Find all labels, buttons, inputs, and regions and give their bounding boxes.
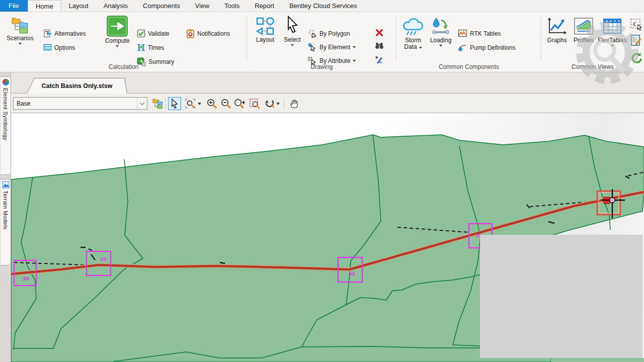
validate-button[interactable]: Validate xyxy=(137,29,169,38)
layout-button[interactable]: Layout xyxy=(252,17,278,43)
delete-x-icon xyxy=(375,28,384,37)
scenarios-icon xyxy=(11,16,29,34)
menu-report[interactable]: Report xyxy=(247,0,282,12)
by-polygon-icon xyxy=(307,29,317,38)
document-tab-bar: Catch Basins Only.stsw xyxy=(0,72,644,94)
by-element-label: By Element xyxy=(319,44,350,51)
alternatives-label: Alternatives xyxy=(54,30,86,37)
times-icon xyxy=(137,43,145,52)
drawing-toolbar: Base xyxy=(0,94,644,113)
menu-home[interactable]: Home xyxy=(28,0,61,12)
menu-view[interactable]: View xyxy=(188,0,217,12)
profiles-button[interactable]: Profiles xyxy=(571,17,597,44)
refresh-button[interactable] xyxy=(630,51,643,64)
zoom-window-icon xyxy=(234,98,246,109)
element-symbology-label: Element Symbology xyxy=(3,88,9,141)
ribbon-group-calculation: Scenarios Alternatives xyxy=(0,12,247,72)
select-tool-button[interactable] xyxy=(168,97,181,110)
loading-button[interactable]: Loading xyxy=(428,16,454,47)
rtk-tables-icon xyxy=(458,29,467,38)
alternatives-button[interactable]: Alternatives xyxy=(43,29,86,38)
by-element-caret-icon xyxy=(353,46,356,48)
scenario-dropdown[interactable]: Base xyxy=(13,97,147,110)
select-button[interactable]: Select xyxy=(280,16,304,46)
drawing-canvas[interactable] xyxy=(11,113,644,362)
zoom-in-button[interactable] xyxy=(205,97,218,110)
scenario-dropdown-chevron-icon[interactable] xyxy=(137,98,147,109)
calculation-group-label: Calculation xyxy=(0,63,247,70)
terrain-models-icon xyxy=(2,181,10,189)
zoom-selection-icon xyxy=(249,98,261,109)
compute-icon xyxy=(107,16,128,37)
flextables-icon xyxy=(602,17,622,36)
menu-file[interactable]: File xyxy=(0,0,28,12)
loading-label: Loading xyxy=(430,37,452,44)
by-attribute-caret-icon xyxy=(353,60,356,62)
menu-components[interactable]: Components xyxy=(135,0,188,12)
left-dock-strip: Element Symbology Terrain Models xyxy=(0,72,11,362)
find-binoculars-icon xyxy=(375,41,384,50)
menu-bentley-cloud-services[interactable]: Bentley Cloud Services xyxy=(282,0,364,12)
options-icon xyxy=(43,43,52,52)
compute-caret-icon xyxy=(116,45,119,47)
by-polygon-label: By Polygon xyxy=(319,30,350,37)
options-label: Options xyxy=(54,44,75,51)
notifications-label: Notifications xyxy=(197,30,230,37)
drawing-group-label: Drawing xyxy=(247,63,396,70)
common-views-group-label: Common Views xyxy=(541,63,644,70)
ribbon-group-common-components: Storm Data Loading xyxy=(396,12,541,72)
zoom-selection-button[interactable] xyxy=(249,97,262,110)
flextables-caret-icon xyxy=(611,45,614,47)
flextables-button[interactable]: FlexTables xyxy=(598,17,627,47)
pump-definitions-label: Pump Definitions xyxy=(470,44,516,51)
rtk-tables-button[interactable]: RTK Tables xyxy=(458,29,501,38)
engineering-notebook-button[interactable] xyxy=(630,34,643,47)
by-polygon-button[interactable]: By Polygon xyxy=(307,29,350,38)
profiles-icon xyxy=(574,17,594,36)
terrain-bottom-strip xyxy=(551,358,644,362)
graphs-label: Graphs xyxy=(547,37,567,44)
find-button[interactable] xyxy=(375,41,384,50)
zoom-out-button[interactable] xyxy=(219,97,232,110)
storm-data-button[interactable]: Storm Data xyxy=(399,16,427,50)
pan-button[interactable] xyxy=(288,97,301,110)
compute-button[interactable]: Compute xyxy=(103,16,132,47)
pump-definitions-button[interactable]: Pump Definitions xyxy=(458,43,516,52)
pan-hand-icon xyxy=(289,98,300,109)
options-button[interactable]: Options xyxy=(43,43,75,52)
scenarios-label: Scenarios xyxy=(7,35,33,42)
ribbon-group-common-views: Graphs Profiles xyxy=(541,12,644,72)
notifications-icon xyxy=(186,29,195,38)
select-caret-icon xyxy=(291,44,294,46)
scenarios-caret-icon xyxy=(19,43,22,45)
delete-button[interactable] xyxy=(375,28,384,37)
zoom-previous-button[interactable] xyxy=(263,97,281,110)
storm-data-caret-icon xyxy=(419,47,422,49)
svg-text:€: € xyxy=(633,21,636,27)
document-tab[interactable]: Catch Basins Only.stsw xyxy=(27,78,127,94)
by-element-button[interactable]: By Element xyxy=(307,43,356,51)
times-button[interactable]: Times xyxy=(137,43,164,52)
graphs-button[interactable]: Graphs xyxy=(544,17,570,44)
selection-sets-button[interactable]: € xyxy=(630,18,643,31)
select-tool-cursor-icon xyxy=(170,99,179,109)
menu-analysis[interactable]: Analysis xyxy=(96,0,135,12)
layout-flowchart-icon xyxy=(256,17,275,36)
map[interactable] xyxy=(11,113,644,362)
crosshair-cursor-dot xyxy=(611,199,613,201)
element-symbology-tab[interactable]: Element Symbology xyxy=(1,76,11,175)
zoom-previous-icon xyxy=(263,98,280,109)
terrain-models-label: Terrain Models xyxy=(3,191,9,230)
zoom-window-button[interactable] xyxy=(233,97,247,110)
scenario-tree-button[interactable] xyxy=(151,97,164,110)
terrain-models-tab[interactable]: Terrain Models xyxy=(1,179,11,265)
notifications-button[interactable]: Notifications xyxy=(186,29,230,38)
loading-droplet-icon xyxy=(430,16,451,36)
menu-tools[interactable]: Tools xyxy=(217,0,247,12)
selection-set-icon: € xyxy=(630,18,643,31)
menu-layout[interactable]: Layout xyxy=(61,0,96,12)
zoom-extents-button[interactable] xyxy=(184,97,202,110)
select-label: Select xyxy=(284,37,300,43)
scenarios-button[interactable]: Scenarios xyxy=(4,16,36,45)
flextables-label: FlexTables xyxy=(598,37,626,44)
